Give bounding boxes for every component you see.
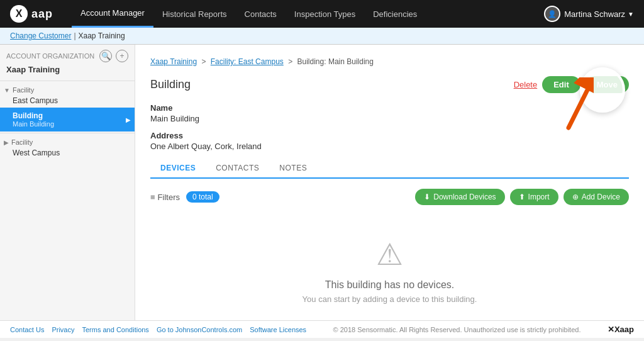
sidebar-icons: 🔍 + [99, 50, 128, 62]
main-layout: Account Organization 🔍 + Xaap Training ▼… [0, 45, 644, 320]
content-area: Xaap Training > Facility: East Campus > … [135, 45, 644, 320]
filter-count-badge: 0 total [186, 191, 219, 203]
filters-row: ≡ Filters 0 total ⬇ Download Devices ⬆ I… [150, 189, 629, 205]
user-area[interactable]: 👤 Martina Schwarz ▼ [544, 6, 634, 22]
empty-title: This building has no devices. [325, 279, 454, 291]
content-header: Building Delete Edit Move [150, 76, 629, 93]
sidebar-facility1-name[interactable]: East Campus [0, 95, 135, 108]
nav-item-inspection-types[interactable]: Inspection Types [286, 0, 364, 28]
download-label: Download Devices [433, 193, 496, 201]
page-breadcrumb: Xaap Training > Facility: East Campus > … [150, 57, 629, 66]
edit-button[interactable]: Edit [542, 76, 580, 93]
sidebar-section-header: Account Organization 🔍 + [0, 45, 135, 65]
facility1-label: Facility [13, 86, 34, 94]
sidebar: Account Organization 🔍 + Xaap Training ▼… [0, 45, 135, 320]
chevron2-icon: ▶ [4, 139, 9, 146]
move-button[interactable]: Move [586, 76, 629, 93]
name-value: Main Building [150, 114, 629, 123]
breadcrumb-bar: Change Customer | Xaap Training [0, 28, 644, 45]
filters-button[interactable]: ≡ Filters [150, 193, 180, 202]
user-name: Martina Schwarz [564, 9, 625, 19]
logo-icon: X [10, 5, 28, 23]
chevron-icon: ▼ [4, 87, 10, 94]
empty-state: ⚠ This building has no devices. You can … [150, 218, 629, 320]
breadcrumb-sep1: > [201, 57, 206, 66]
nav-item-contacts[interactable]: Contacts [236, 0, 286, 28]
sidebar-divider [0, 81, 135, 81]
top-navigation: X aap Account Manager Historical Reports… [0, 0, 644, 28]
nav-item-account-manager[interactable]: Account Manager [72, 0, 153, 28]
facility2-label: Facility [11, 138, 33, 146]
download-devices-button[interactable]: ⬇ Download Devices [415, 189, 504, 205]
import-icon: ⬆ [519, 193, 525, 201]
nav-item-historical-reports[interactable]: Historical Reports [153, 0, 236, 28]
add-icon: ⊕ [572, 193, 579, 201]
breadcrumb-xaap[interactable]: Xaap Training [150, 57, 197, 66]
breadcrumb-facility[interactable]: Facility: East Campus [211, 57, 284, 66]
footer-jci-link[interactable]: Go to JohnsonControls.com [157, 326, 242, 333]
download-icon: ⬇ [424, 193, 430, 201]
breadcrumb-sep2: > [288, 57, 292, 66]
sidebar-item-building-label: Building [13, 111, 54, 120]
logo-area[interactable]: X aap [10, 5, 53, 23]
sidebar-search-button[interactable]: 🔍 [99, 50, 112, 62]
footer: Contact Us Privacy Terms and Conditions … [0, 320, 644, 338]
change-customer-link[interactable]: Change Customer [10, 31, 71, 40]
sidebar-facility2-name[interactable]: West Campus [0, 147, 135, 160]
logo-text: aap [31, 8, 53, 21]
tab-devices[interactable]: DEVICES [150, 159, 206, 179]
footer-privacy-link[interactable]: Privacy [52, 326, 74, 333]
footer-terms-link[interactable]: Terms and Conditions [82, 326, 148, 333]
tab-notes[interactable]: NOTES [269, 159, 317, 179]
address-value: One Albert Quay, Cork, Ireland [150, 142, 629, 151]
footer-licenses-link[interactable]: Software Licenses [250, 326, 306, 333]
footer-links: Contact Us Privacy Terms and Conditions … [10, 326, 306, 333]
nav-item-deficiencies[interactable]: Deficiencies [364, 0, 426, 28]
nav-items: Account Manager Historical Reports Conta… [72, 0, 544, 28]
breadcrumb-separator: | [74, 31, 75, 40]
sidebar-facility1-header: ▼ Facility [0, 82, 135, 95]
sidebar-item-main-building[interactable]: Building Main Building [0, 108, 135, 131]
add-device-button[interactable]: ⊕ Add Device [564, 189, 629, 205]
filters-label: Filters [158, 193, 180, 202]
footer-contact-link[interactable]: Contact Us [10, 326, 44, 333]
footer-logo: ✕Xaap [608, 325, 634, 334]
tab-contacts[interactable]: CONTACTS [206, 159, 269, 179]
sidebar-item-building-name: Main Building [13, 120, 54, 128]
filter-left: ≡ Filters 0 total [150, 191, 219, 203]
action-buttons: ⬇ Download Devices ⬆ Import ⊕ Add Device [415, 189, 629, 205]
user-icon: 👤 [544, 6, 560, 22]
breadcrumb-building: Building: Main Building [297, 57, 374, 66]
sidebar-org-name: Xaap Training [0, 65, 135, 79]
sidebar-section-label: Account Organization [6, 52, 94, 60]
empty-subtitle: You can start by adding a device to this… [303, 294, 477, 304]
user-chevron-icon: ▼ [628, 11, 634, 18]
address-label: Address [150, 131, 629, 140]
delete-button[interactable]: Delete [514, 80, 538, 89]
import-label: Import [528, 193, 550, 201]
warning-icon: ⚠ [376, 237, 403, 272]
page-title: Building [150, 78, 191, 91]
sidebar-facility2-header: ▶ Facility [0, 135, 135, 147]
footer-copyright: © 2018 Sensormatic. All Rights Reserved.… [333, 326, 581, 333]
content-actions: Delete Edit Move [514, 76, 629, 93]
filter-icon: ≡ [150, 193, 155, 202]
import-button[interactable]: ⬆ Import [510, 189, 558, 205]
org-name-label: Xaap Training [79, 31, 125, 40]
sidebar-add-button[interactable]: + [116, 50, 128, 62]
add-device-label: Add Device [582, 193, 620, 201]
name-label: Name [150, 103, 629, 113]
tabs-bar: DEVICES CONTACTS NOTES [150, 159, 629, 179]
sidebar-divider2 [0, 133, 135, 133]
